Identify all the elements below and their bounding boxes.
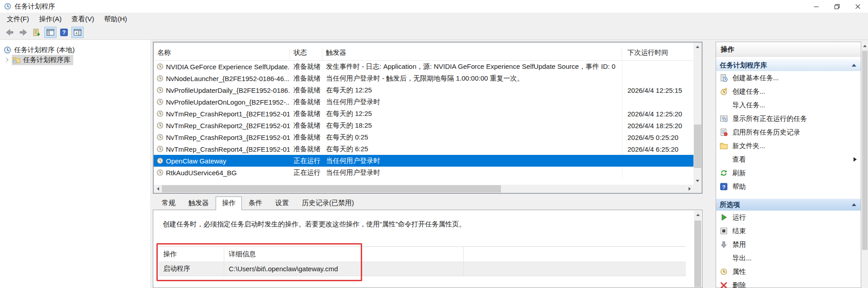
section-items-selected-item: 运行 结束 禁用 导出... 属性 删除 [716, 211, 861, 288]
action-item[interactable]: 显示所有正在运行的任务 [716, 112, 861, 125]
menu-item[interactable]: 查看(V) [66, 13, 99, 26]
new-folder-icon [720, 142, 728, 150]
details-tabs: 常规触发器操作条件设置历史记录(已禁用) [153, 197, 703, 210]
toolbar-button[interactable] [44, 27, 57, 38]
details-tab[interactable]: 触发器 [182, 197, 215, 210]
task-clock-icon [156, 110, 164, 117]
create-task-icon [720, 87, 728, 96]
task-row[interactable]: NvNodeLauncher_{B2FE1952-0186-46... 准备就绪… [154, 72, 693, 84]
restore-button[interactable] [826, 0, 847, 13]
actions-pane-scrollbar[interactable] [862, 42, 868, 288]
actions-description: 创建任务时，必须指定任务启动时发生的操作。若要更改这些操作，使用“属性”命令打开… [163, 220, 684, 229]
console-tree-icon [46, 28, 55, 37]
toolbar: ? [0, 25, 868, 40]
window-controls [806, 0, 868, 13]
details-tab[interactable]: 历史记录(已禁用) [296, 197, 360, 210]
column-header-status[interactable]: 状态 [290, 48, 322, 60]
details-tab[interactable]: 常规 [156, 197, 182, 210]
details-tab[interactable]: 条件 [242, 197, 269, 210]
action-item[interactable]: 刷新 [716, 166, 861, 180]
action-item[interactable]: 新文件夹... [716, 139, 861, 153]
menu-item[interactable]: 文件(F) [2, 13, 34, 26]
toolbar-button[interactable] [71, 27, 84, 38]
scroll-up-button[interactable] [693, 43, 702, 51]
end-icon [720, 227, 728, 235]
details-tab[interactable]: 操作 [216, 197, 242, 210]
window-title: 任务计划程序 [14, 2, 55, 11]
action-item[interactable]: 导出... [716, 251, 861, 265]
menu-item[interactable]: 操作(A) [34, 13, 66, 26]
task-row[interactable]: NvTmRep_CrashReport1_{B2FE1952-01... 准备就… [154, 108, 693, 120]
menu-item[interactable]: 帮助(H) [99, 13, 132, 26]
export-list-icon [33, 28, 41, 37]
tree-item-task-scheduler-library[interactable]: 任务计划程序库 [5, 55, 73, 65]
action-item[interactable]: 属性 [716, 265, 861, 278]
tree-item-task-scheduler-local[interactable]: 任务计划程序 (本地) [4, 45, 75, 55]
column-header-name[interactable]: 名称 [154, 48, 290, 60]
task-list-horizontal-scrollbar[interactable] [154, 185, 693, 193]
task-clock-icon [156, 134, 164, 141]
help-icon: ? [60, 28, 68, 37]
action-item[interactable]: 删除 [716, 278, 861, 288]
task-clock-icon [156, 157, 164, 164]
minimize-icon [813, 3, 820, 10]
task-row[interactable]: OpenClaw Gateway 正在运行 当任何用户登录时 [154, 155, 693, 167]
task-clock-icon [156, 122, 164, 129]
toolbar-button[interactable] [17, 27, 29, 38]
minimize-button[interactable] [806, 0, 826, 13]
task-list-vertical-scrollbar[interactable] [693, 43, 702, 185]
close-button[interactable] [847, 0, 868, 13]
column-header-next-run[interactable]: 下次运行时间 [622, 48, 693, 60]
toolbar-button[interactable]: ? [58, 27, 70, 38]
task-row[interactable]: NvTmRep_CrashReport3_{B2FE1952-01... 准备就… [154, 131, 693, 143]
collapse-arrow-icon[interactable] [852, 64, 856, 67]
task-row[interactable]: RtkAudUService64_BG 正在运行 当任何用户登录时 [154, 167, 693, 178]
toolbar-button[interactable] [31, 27, 43, 38]
actions-pane-title: 操作 [716, 42, 861, 57]
action-item[interactable]: 禁用 [716, 238, 861, 251]
scroll-right-button[interactable] [685, 185, 693, 193]
app-icon [4, 3, 11, 10]
details-vertical-scrollbar[interactable] [694, 211, 702, 287]
show-running-tasks-icon [720, 115, 728, 123]
section-header-task-library[interactable]: 任务计划程序库 [716, 59, 861, 71]
task-scheduler-icon [4, 46, 11, 54]
task-clock-icon [156, 98, 164, 106]
scrollbar-thumb[interactable] [694, 125, 701, 168]
menu-bar: 文件(F)操作(A)查看(V)帮助(H) [0, 13, 868, 25]
scroll-up-button[interactable] [861, 42, 868, 50]
action-item[interactable]: 启用所有任务历史记录 [716, 125, 861, 139]
task-library-icon [13, 56, 20, 64]
task-row[interactable]: NvTmRep_CrashReport2_{B2FE1952-01... 准备就… [154, 120, 693, 131]
action-item[interactable]: 查看 [716, 153, 861, 166]
scroll-up-button[interactable] [694, 211, 702, 219]
refresh-icon [720, 169, 728, 177]
task-row[interactable]: NVIDIA GeForce Experience SelfUpdate... … [154, 61, 693, 72]
task-row[interactable]: NvProfileUpdaterDaily_{B2FE1952-0186... … [154, 84, 693, 96]
run-icon [720, 213, 728, 221]
scrollbar-thumb[interactable] [862, 51, 868, 250]
task-row[interactable]: NvProfileUpdaterOnLogon_{B2FE1952-... 准备… [154, 96, 693, 108]
collapse-arrow-icon[interactable] [852, 203, 856, 206]
action-item[interactable]: 运行 [716, 211, 861, 224]
details-tab[interactable]: 设置 [269, 197, 295, 210]
section-header-selected-item[interactable]: 所选项 [716, 199, 861, 211]
title-bar: 任务计划程序 [0, 0, 868, 13]
console-tree-pane: 任务计划程序 (本地) 任务计划程序库 [0, 40, 150, 288]
scrollbar-thumb[interactable] [162, 185, 501, 192]
action-item[interactable]: 结束 [716, 224, 861, 238]
task-clock-icon [156, 75, 164, 82]
action-item[interactable]: 创建任务... [716, 85, 861, 98]
action-item[interactable]: ? 帮助 [716, 180, 861, 193]
toolbar-button[interactable] [4, 27, 16, 38]
task-row[interactable]: NvTmRep_CrashReport4_{B2FE1952-01... 准备就… [154, 143, 693, 155]
scrollbar-thumb[interactable] [694, 221, 701, 287]
action-item[interactable]: 导入任务... [716, 98, 861, 112]
scroll-left-button[interactable] [154, 185, 162, 193]
scroll-down-button[interactable] [693, 177, 702, 185]
action-item[interactable]: 创建基本任务... [716, 71, 861, 85]
create-basic-task-icon [720, 74, 728, 82]
chevron-right-icon[interactable] [5, 57, 10, 62]
column-header-trigger[interactable]: 触发器 [322, 48, 622, 60]
task-clock-icon [156, 86, 164, 94]
